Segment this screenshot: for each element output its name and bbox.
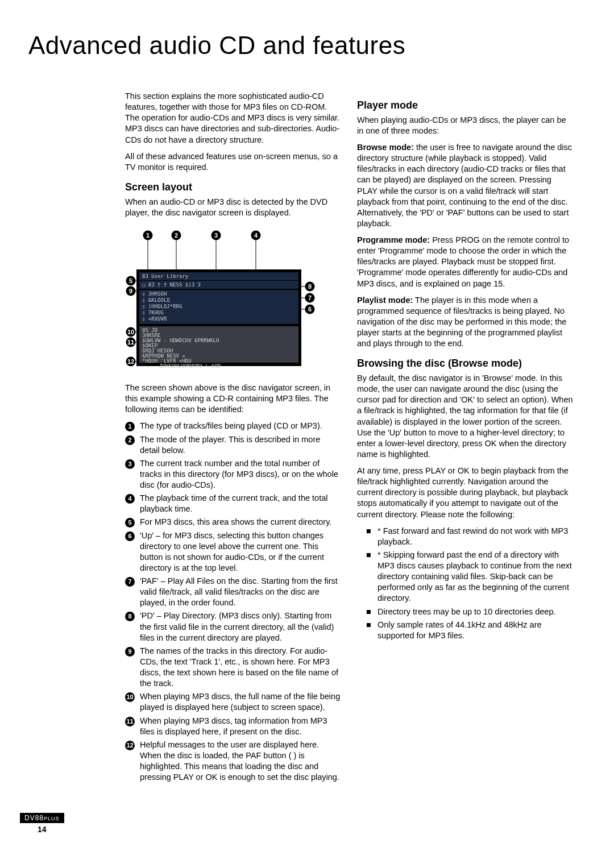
svg-text:▯   &KLOOLQ: ▯ &KLOOLQ <box>142 297 170 303</box>
playlist-mode-para: Playlist mode: The player is in this mod… <box>357 295 573 350</box>
bullet-icon: ■ <box>366 526 373 547</box>
heading-screen-layout: Screen layout <box>125 181 341 194</box>
playlist-mode-head: Playlist mode: <box>357 296 413 305</box>
browse-mode-text: the user is free to navigate around the … <box>357 143 572 228</box>
svg-text:11: 11 <box>127 339 134 346</box>
svg-text:3: 3 <box>214 232 218 239</box>
left-column: This section explains the more sophistic… <box>125 91 341 785</box>
browse-mode-head: Browse mode: <box>357 143 414 152</box>
item-7: 'PAF' – Play All Files on the disc. Star… <box>140 576 341 608</box>
svg-text:▢ 03 †      †    NESS    $)3  : ▢ 03 † † NESS $)3 3 <box>142 282 201 288</box>
bullet-8: 8 <box>125 612 135 621</box>
bullet-3: 3 <box>125 459 135 469</box>
item-11: When playing MP3 discs, tag information … <box>140 716 341 737</box>
bullet-1: 1 <box>125 422 135 431</box>
svg-text:03       User   Library: 03 User Library <box>142 273 189 279</box>
intro-para-1: This section explains the more sophistic… <box>125 91 341 146</box>
svg-text:10: 10 <box>127 329 134 335</box>
heading-browsing: Browsing the disc (Browse mode) <box>357 357 573 371</box>
browse-mode-para: Browse mode: the user is free to navigat… <box>357 142 573 229</box>
svg-text:▯   )HHOLQJ*RRG: ▯ )HHOLQJ*RRG <box>142 304 182 309</box>
item-12: Helpful messages to the user are display… <box>140 740 341 783</box>
model-suffix: PLUS <box>44 816 60 821</box>
bullet-2: 2 <box>125 435 135 445</box>
bullet-6: 6 <box>125 531 135 541</box>
svg-text:7: 7 <box>308 294 312 301</box>
browsing-para-2: At any time, press PLAY or OK to begin p… <box>357 466 573 520</box>
intro-para-2: All of these advanced features use on-sc… <box>125 151 341 173</box>
bullet-12: 12 <box>125 741 135 750</box>
item-4: The playback time of the current track, … <box>140 493 341 514</box>
item-1: The type of tracks/files being played (C… <box>140 421 341 431</box>
model-badge: DV88PLUS <box>20 813 64 823</box>
page-number: 14 <box>20 825 64 834</box>
note-2: * Skipping forward past the end of a dir… <box>377 550 573 604</box>
bullet-11: 11 <box>125 717 135 726</box>
item-6: 'Up' – for MP3 discs, selecting this but… <box>140 530 341 574</box>
item-3: The current track number and the total n… <box>140 458 341 491</box>
page-footer-badge: DV88PLUS 14 <box>20 813 64 834</box>
svg-text:5: 5 <box>129 277 132 284</box>
model-name: DV88 <box>24 814 44 822</box>
svg-text:4: 4 <box>254 232 258 239</box>
bullet-7: 7 <box>125 577 135 587</box>
svg-text:2: 2 <box>175 232 178 239</box>
item-8: 'PD' – Play Directory. (MP3 discs only).… <box>140 610 341 643</box>
bullet-icon: ■ <box>366 620 373 641</box>
bullet-5: 5 <box>125 518 135 528</box>
bullet-4: 4 <box>125 494 135 504</box>
bullet-10: 10 <box>125 692 135 702</box>
note-3: Directory trees may be up to 10 director… <box>377 607 556 617</box>
svg-text:▯   3HRSOH: ▯ 3HRSOH <box>142 291 167 297</box>
player-mode-intro: When playing audio-CDs or MP3 discs, the… <box>357 115 573 136</box>
svg-text:▯   7KHUG: ▯ 7KHUG <box>142 310 164 315</box>
note-4: Only sample rates of 44.1kHz and 48kHz a… <box>377 620 573 641</box>
bullet-icon: ■ <box>366 607 373 617</box>
item-10: When playing MP3 discs, the full name of… <box>140 691 341 713</box>
svg-text:1: 1 <box>146 232 150 239</box>
item-9: The names of the tracks in this director… <box>140 646 341 690</box>
browsing-para-1: By default, the disc navigator is in 'Br… <box>357 373 573 460</box>
notes-list: ■* Fast forward and fast rewind do not w… <box>357 526 573 641</box>
svg-text:8: 8 <box>308 283 312 290</box>
heading-player-mode: Player mode <box>357 99 573 113</box>
numbered-list: 1The type of tracks/files being played (… <box>125 421 341 783</box>
programme-mode-para: Programme mode: Press PROG on the remote… <box>357 235 573 289</box>
prog-mode-head: Programme mode: <box>357 235 430 244</box>
navigator-diagram: 1 2 3 4 03 User Library ▢ 03 † † NESS $)… <box>125 230 341 372</box>
page-title: Advanced audio CD and features <box>28 31 577 60</box>
screen-explain: The screen shown above is the disc navig… <box>125 383 341 415</box>
item-2: The mode of the player. This is describe… <box>140 434 341 456</box>
svg-text:▯   <RXUVR: ▯ <RXUVR <box>142 316 167 322</box>
bullet-9: 9 <box>125 647 135 657</box>
bullet-icon: ■ <box>366 550 373 604</box>
svg-text:6: 6 <box>308 306 312 313</box>
svg-text:12: 12 <box>127 358 134 365</box>
svg-text:9: 9 <box>129 288 132 294</box>
note-1: * Fast forward and fast rewind do not wo… <box>377 526 573 547</box>
right-column: Player mode When playing audio-CDs or MP… <box>357 91 573 785</box>
screen-layout-intro: When an audio-CD or MP3 disc is detected… <box>125 197 341 218</box>
svg-text:ZVHSUHLUVRVVRV \ 6OD: ZVHSUHLUVRVVRV \ 6OD <box>159 363 221 369</box>
item-5: For MP3 discs, this area shows the curre… <box>140 517 341 528</box>
